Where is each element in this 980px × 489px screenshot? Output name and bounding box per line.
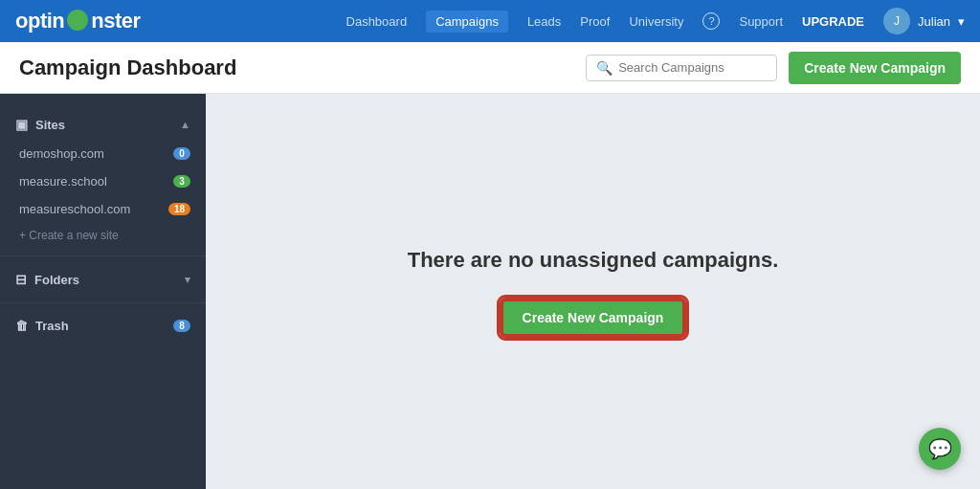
nav-university[interactable]: University: [629, 14, 683, 29]
sidebar-divider-1: [0, 256, 206, 256]
nav-dashboard[interactable]: Dashboard: [346, 14, 408, 29]
create-new-site-link[interactable]: + Create a new site: [0, 223, 206, 248]
sidebar-item-measureschool-com[interactable]: measureschool.com 18: [0, 195, 206, 223]
nav-campaigns[interactable]: Campaigns: [426, 11, 508, 33]
folders-chevron-icon: ▾: [185, 274, 190, 286]
sidebar-item-measure-school[interactable]: measure.school 3: [0, 167, 206, 195]
sidebar-item-demoshop[interactable]: demoshop.com 0: [0, 140, 206, 167]
user-chevron-icon: ▾: [958, 14, 965, 29]
sidebar-folders-label: Folders: [34, 273, 79, 287]
sites-icon: ▣: [15, 117, 28, 132]
folders-icon: ⊟: [15, 272, 27, 287]
page-title: Campaign Dashboard: [19, 56, 236, 80]
top-navigation: optinnster Dashboard Campaigns Leads Pro…: [0, 0, 980, 42]
sidebar-divider-2: [0, 302, 206, 303]
logo-monster-icon: [67, 10, 88, 31]
nav-proof[interactable]: Proof: [580, 14, 610, 29]
nav-leads[interactable]: Leads: [527, 14, 561, 29]
sidebar-trash-label: Trash: [35, 319, 69, 333]
search-input[interactable]: [618, 60, 767, 75]
search-icon: 🔍: [596, 60, 612, 76]
create-campaign-button-header[interactable]: Create New Campaign: [789, 52, 961, 84]
sidebar-sites-label: Sites: [35, 118, 65, 132]
trash-badge: 8: [173, 320, 190, 332]
main-content: There are no unassigned campaigns. Creat…: [206, 94, 980, 489]
empty-state-message: There are no unassigned campaigns.: [408, 248, 779, 273]
chat-icon: 💬: [928, 437, 952, 460]
nav-user-menu[interactable]: J Julian ▾: [883, 8, 965, 34]
site-name-demoshop: demoshop.com: [19, 146, 104, 161]
trash-icon: 🗑: [15, 319, 28, 333]
site-badge-demoshop: 0: [173, 147, 190, 160]
site-badge-measure-school: 3: [173, 175, 190, 188]
sidebar-sites-header[interactable]: ▣ Sites ▲: [0, 109, 206, 140]
user-avatar: J: [883, 8, 910, 34]
sub-header: Campaign Dashboard 🔍 Create New Campaign: [0, 42, 980, 94]
nav-help-icon[interactable]: ?: [702, 12, 720, 30]
main-layout: ▣ Sites ▲ demoshop.com 0 measure.school …: [0, 94, 980, 489]
sidebar-folders-header[interactable]: ⊟ Folders ▾: [0, 264, 206, 295]
logo-text-optin: optin: [15, 9, 64, 33]
site-name-measure-school: measure.school: [19, 174, 107, 189]
logo-text-nster: nster: [91, 9, 140, 33]
sidebar: ▣ Sites ▲ demoshop.com 0 measure.school …: [0, 94, 206, 489]
sidebar-trash[interactable]: 🗑 Trash 8: [0, 311, 206, 341]
sites-chevron-icon: ▲: [180, 119, 190, 130]
nav-upgrade[interactable]: UPGRADE: [802, 14, 864, 29]
search-box[interactable]: 🔍: [586, 55, 777, 81]
logo[interactable]: optinnster: [15, 9, 141, 33]
nav-links: Dashboard Campaigns Leads Proof Universi…: [346, 8, 965, 34]
user-name: Julian: [918, 14, 950, 29]
sub-header-actions: 🔍 Create New Campaign: [586, 52, 961, 84]
site-name-measureschool-com: measureschool.com: [19, 202, 130, 216]
site-badge-measureschool-com: 18: [168, 203, 190, 215]
chat-fab-button[interactable]: 💬: [919, 428, 961, 470]
create-campaign-button-main[interactable]: Create New Campaign: [501, 300, 685, 336]
nav-support[interactable]: Support: [739, 14, 783, 29]
